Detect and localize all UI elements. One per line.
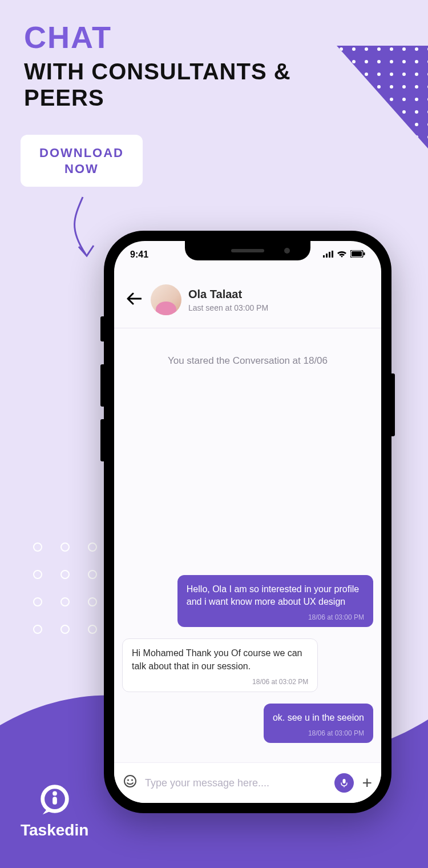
svg-rect-6 (323, 255, 325, 258)
svg-point-14 (127, 779, 129, 781)
brand-logo: Taskedin (21, 782, 88, 839)
signal-icon (323, 250, 333, 260)
phone-notch (185, 241, 310, 260)
brand-name: Taskedin (21, 821, 88, 839)
message-text: ok. see u in the seeion (273, 713, 364, 722)
message-timestamp: 18/06 at 03:00 PM (273, 729, 364, 738)
microphone-icon[interactable] (334, 773, 354, 793)
battery-icon (350, 250, 365, 260)
svg-rect-7 (326, 254, 328, 258)
download-label: DOWNLOAD NOW (39, 146, 124, 176)
emoji-icon[interactable] (123, 774, 137, 791)
message-received[interactable]: Hi Mohamed Thank you Of course we can ta… (122, 638, 318, 692)
download-now-button[interactable]: DOWNLOAD NOW (21, 135, 143, 187)
contact-avatar[interactable] (151, 284, 181, 315)
status-time: 9:41 (130, 250, 148, 260)
chat-body[interactable]: You stared the Conversation at 18/06 Hel… (114, 328, 381, 762)
heading-line2: WITH CONSULTANTS & PEERS (24, 58, 321, 111)
plus-icon[interactable]: + (362, 773, 372, 793)
phone-screen: 9:41 Ola Talaat Last seen at 03:00 (114, 241, 381, 803)
back-arrow-icon[interactable] (124, 289, 144, 311)
wifi-icon (337, 250, 347, 260)
svg-rect-8 (329, 252, 330, 258)
svg-point-4 (53, 791, 57, 796)
svg-point-13 (124, 775, 136, 787)
arrow-decoration (51, 194, 103, 263)
svg-rect-5 (53, 797, 57, 805)
svg-marker-2 (337, 46, 428, 148)
last-seen: Last seen at 03:00 PM (188, 303, 268, 312)
contact-name: Ola Talaat (188, 288, 268, 301)
heading-line1: CHAT (24, 19, 321, 55)
chat-header: Ola Talaat Last seen at 03:00 PM (114, 273, 381, 328)
message-composer: Type your message here.... + (114, 762, 381, 803)
promo-heading: CHAT WITH CONSULTANTS & PEERS (24, 19, 321, 111)
svg-rect-16 (343, 779, 346, 783)
decorative-triangle (325, 46, 428, 148)
message-sent[interactable]: Hello, Ola I am so interested in your pr… (177, 575, 373, 628)
message-timestamp: 18/06 at 03:02 PM (132, 677, 308, 687)
message-input[interactable]: Type your message here.... (145, 777, 326, 789)
brand-logo-icon (37, 782, 72, 818)
svg-point-15 (131, 779, 133, 781)
message-sent[interactable]: ok. see u in the seeion 18/06 at 03:00 P… (264, 704, 373, 743)
message-timestamp: 18/06 at 03:00 PM (187, 613, 364, 622)
conversation-start-label: You stared the Conversation at 18/06 (139, 353, 356, 368)
message-text: Hello, Ola I am so interested in your pr… (187, 584, 359, 606)
svg-rect-12 (364, 252, 365, 255)
message-text: Hi Mohamed Thank you Of course we can ta… (132, 648, 302, 670)
svg-rect-9 (332, 251, 333, 258)
phone-mockup: 9:41 Ola Talaat Last seen at 03:00 (104, 231, 391, 813)
svg-rect-11 (352, 251, 362, 256)
